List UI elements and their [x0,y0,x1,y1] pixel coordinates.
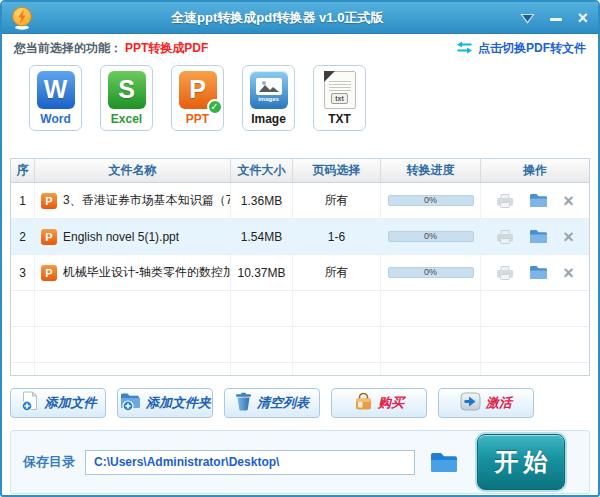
row-filename-cell: P English novel 5(1).ppt [35,219,231,254]
shopping-bag-icon [354,392,373,414]
window-title: 全速ppt转换成pdf转换器 v1.0正式版 [34,9,520,27]
open-file-icon [496,265,514,280]
table-row[interactable]: 3 P 机械毕业设计-轴类零件的数控加-.ppt 10.37MB 所有 0% [11,255,589,291]
open-file-icon [496,193,514,208]
function-bar: 您当前选择的功能： PPT转换成PDF 点击切换PDF转文件 [2,36,598,61]
tab-excel-label: Excel [111,112,142,126]
progress-bar: 0% [388,195,474,206]
tab-excel[interactable]: S Excel [100,65,153,131]
file-name: English novel 5(1).ppt [63,230,179,244]
minimize-button[interactable] [549,11,563,25]
app-window: 全速ppt转换成pdf转换器 v1.0正式版 × 您当前选择的功能： PPT转换… [0,0,600,497]
word-icon: W [37,71,75,109]
file-size: 10.37MB [231,255,293,290]
trash-icon [235,392,252,415]
tab-txt[interactable]: txt TXT [313,65,366,131]
switch-mode-label: 点击切换PDF转文件 [478,40,586,57]
table-empty-area [11,291,589,375]
row-actions: × [481,183,589,218]
switch-mode-link[interactable]: 点击切换PDF转文件 [456,40,586,57]
save-path-input[interactable] [85,450,415,475]
add-folder-icon [119,391,141,416]
page-selection[interactable]: 所有 [293,255,381,290]
start-button[interactable]: 开始 [477,434,565,490]
save-panel: 保存目录 开始 [10,430,590,494]
buy-button[interactable]: 购买 [331,388,427,418]
col-actions: 操作 [481,159,589,182]
swap-arrows-icon [456,41,473,57]
open-folder-icon[interactable] [529,265,548,280]
tab-ppt-label: PPT [186,112,209,126]
col-filesize: 文件大小 [231,159,293,182]
tab-word-label: Word [40,112,70,126]
function-label: 您当前选择的功能： [14,40,122,57]
row-filename-cell: P 3、香港证券市场基本知识篇（7-.ppt [35,183,231,218]
tab-ppt-selected[interactable]: P ✓ PPT [171,65,224,131]
progress-cell: 0% [381,183,481,218]
clear-list-button[interactable]: 清空列表 [224,388,320,418]
txt-icon: txt [324,71,356,109]
open-folder-icon[interactable] [529,229,548,244]
row-index: 2 [11,219,35,254]
current-function: PPT转换成PDF [125,40,208,57]
col-progress: 转换进度 [381,159,481,182]
tab-txt-label: TXT [328,112,351,126]
col-index: 序 [11,159,35,182]
table-row[interactable]: 1 P 3、香港证券市场基本知识篇（7-.ppt 1.36MB 所有 0% [11,183,589,219]
table-header: 序 文件名称 文件大小 页码选择 转换进度 操作 [11,159,589,183]
menu-dropdown-icon[interactable] [520,13,535,24]
progress-text: 0% [424,232,437,241]
row-actions: × [481,219,589,254]
delete-icon[interactable]: × [563,228,574,246]
browse-folder-icon[interactable] [429,451,459,474]
selected-check-icon: ✓ [207,99,223,115]
ppt-file-icon: P [41,265,57,281]
close-button[interactable]: × [577,11,588,25]
col-filename: 文件名称 [35,159,231,182]
progress-cell: 0% [381,219,481,254]
row-index: 3 [11,255,35,290]
add-file-icon [20,391,40,416]
ppt-file-icon: P [41,193,57,209]
row-filename-cell: P 机械毕业设计-轴类零件的数控加-.ppt [35,255,231,290]
file-size: 1.54MB [231,219,293,254]
tab-word[interactable]: W Word [29,65,82,131]
delete-icon[interactable]: × [563,264,574,282]
ppt-icon: P ✓ [179,71,217,109]
progress-text: 0% [424,196,437,205]
progress-bar: 0% [388,267,474,278]
col-pages: 页码选择 [293,159,381,182]
table-body: 1 P 3、香港证券市场基本知识篇（7-.ppt 1.36MB 所有 0% [11,183,589,291]
open-folder-icon[interactable] [529,193,548,208]
action-row: 添加文件 添加文件夹 [10,388,590,418]
progress-cell: 0% [381,255,481,290]
page-selection[interactable]: 1-6 [293,219,381,254]
activate-arrow-icon [460,392,481,415]
app-logo-icon [10,6,34,30]
activate-button[interactable]: 激活 [438,388,534,418]
add-file-button[interactable]: 添加文件 [10,388,106,418]
format-tabs: W Word S Excel P ✓ PPT imag [2,61,598,131]
file-name: 机械毕业设计-轴类零件的数控加-.ppt [63,264,230,281]
save-dir-label: 保存目录 [23,453,75,471]
tab-image-label: Image [251,112,286,126]
titlebar: 全速ppt转换成pdf转换器 v1.0正式版 × [2,2,598,34]
file-name: 3、香港证券市场基本知识篇（7-.ppt [63,192,230,209]
image-icon: images [250,71,288,109]
file-table: 序 文件名称 文件大小 页码选择 转换进度 操作 1 P 3、香港证券市场基本知… [10,158,590,376]
open-file-icon [496,229,514,244]
row-index: 1 [11,183,35,218]
table-row[interactable]: 2 P English novel 5(1).ppt 1.54MB 1-6 0% [11,219,589,255]
ppt-file-icon: P [41,229,57,245]
page-selection[interactable]: 所有 [293,183,381,218]
tab-image[interactable]: images Image [242,65,295,131]
excel-icon: S [108,71,146,109]
row-actions: × [481,255,589,290]
delete-icon[interactable]: × [563,192,574,210]
progress-text: 0% [424,268,437,277]
add-folder-button[interactable]: 添加文件夹 [117,388,213,418]
file-size: 1.36MB [231,183,293,218]
progress-bar: 0% [388,231,474,242]
